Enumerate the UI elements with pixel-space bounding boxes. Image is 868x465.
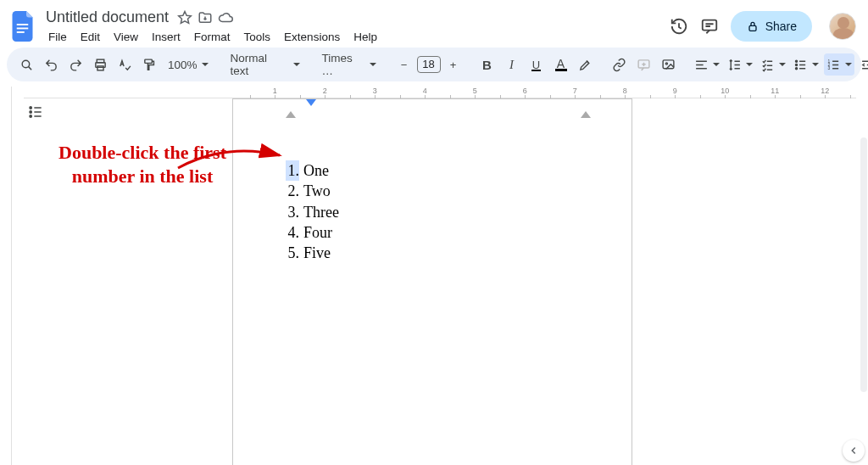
app-header: Untitled document File Edit View Insert …	[0, 0, 868, 48]
list-number[interactable]: 5.	[286, 243, 299, 263]
svg-rect-0	[17, 24, 29, 25]
list-text[interactable]: Four	[303, 224, 332, 241]
underline-button[interactable]: U	[526, 53, 548, 76]
svg-point-21	[30, 115, 31, 117]
menu-view[interactable]: View	[108, 29, 144, 45]
svg-rect-1	[17, 28, 29, 30]
explore-button[interactable]	[843, 440, 865, 462]
font-size-input[interactable]: 18	[417, 56, 441, 73]
page[interactable]: 1.One2.Two3.Three4.Four5.Five	[232, 98, 632, 465]
line-spacing-button[interactable]	[725, 53, 755, 76]
svg-text:3: 3	[827, 66, 830, 70]
bold-button[interactable]: B	[476, 53, 498, 76]
svg-rect-3	[702, 20, 716, 31]
document-body[interactable]: 1.One2.Two3.Three4.Four5.Five	[286, 160, 339, 263]
text-color-button[interactable]: A	[550, 53, 572, 76]
redo-icon[interactable]	[64, 53, 86, 76]
menu-edit[interactable]: Edit	[75, 29, 106, 45]
toolbar-container: 100% Normal text Times … − 18 + B I U A …	[0, 48, 868, 87]
menu-format[interactable]: Format	[188, 29, 236, 45]
menubar: File Edit View Insert Format Tools Exten…	[42, 29, 383, 45]
svg-point-13	[795, 60, 797, 62]
list-number[interactable]: 4.	[286, 222, 299, 243]
title-area: Untitled document File Edit View Insert …	[42, 8, 383, 45]
list-item[interactable]: 3.Three	[286, 202, 339, 222]
comments-icon[interactable]	[700, 17, 719, 36]
first-line-marker[interactable]	[286, 106, 296, 121]
list-item[interactable]: 4.Four	[286, 222, 339, 243]
menu-file[interactable]: File	[42, 29, 73, 45]
svg-point-19	[30, 107, 31, 109]
list-item[interactable]: 5.Five	[286, 243, 339, 263]
vertical-scrollbar[interactable]	[860, 137, 867, 392]
list-text[interactable]: Three	[303, 204, 339, 221]
font-size-increase[interactable]: +	[442, 53, 465, 76]
document-outline-icon[interactable]	[27, 104, 44, 124]
list-number[interactable]: 3.	[286, 202, 299, 222]
svg-point-20	[30, 111, 31, 113]
numbered-list-button[interactable]: 123	[824, 53, 854, 76]
list-item[interactable]: 2.Two	[286, 181, 339, 201]
bulleted-list-button[interactable]	[791, 53, 821, 76]
document-title[interactable]: Untitled document	[42, 8, 172, 27]
undo-icon[interactable]	[40, 53, 62, 76]
paint-format-icon[interactable]	[138, 53, 160, 76]
svg-point-14	[795, 64, 797, 65]
svg-rect-2	[17, 31, 25, 33]
history-icon[interactable]	[670, 17, 688, 36]
list-item[interactable]: 1.One	[286, 160, 339, 181]
star-icon[interactable]	[177, 10, 192, 25]
annotation-text: Double-click the first number in the lis…	[58, 141, 227, 188]
search-menus-icon[interactable]	[15, 53, 37, 76]
zoom-select[interactable]: 100%	[163, 53, 214, 76]
font-family-select[interactable]: Times …	[317, 53, 381, 76]
menu-insert[interactable]: Insert	[146, 29, 186, 45]
svg-rect-9	[144, 59, 152, 63]
insert-image-icon[interactable]	[658, 53, 680, 76]
svg-rect-4	[749, 25, 756, 31]
vertical-ruler[interactable]	[0, 87, 12, 465]
decrease-indent-icon[interactable]	[857, 53, 868, 76]
move-folder-icon[interactable]	[198, 10, 213, 25]
list-number[interactable]: 2.	[286, 181, 299, 201]
checklist-button[interactable]	[758, 53, 788, 76]
list-text[interactable]: One	[303, 162, 329, 179]
font-size-decrease[interactable]: −	[393, 53, 415, 76]
header-right: Share	[670, 11, 860, 42]
print-icon[interactable]	[89, 53, 111, 76]
paragraph-style-select[interactable]: Normal text	[225, 53, 305, 76]
right-indent-marker[interactable]	[581, 106, 591, 121]
horizontal-ruler[interactable]: 1234567891011121314	[24, 87, 856, 98]
account-avatar[interactable]	[829, 13, 856, 40]
docs-logo[interactable]	[8, 11, 39, 42]
cloud-status-icon[interactable]	[218, 10, 233, 25]
svg-point-12	[665, 63, 667, 64]
highlight-color-button[interactable]	[575, 53, 597, 76]
menu-tools[interactable]: Tools	[238, 29, 277, 45]
list-text[interactable]: Five	[303, 244, 331, 261]
toolbar: 100% Normal text Times … − 18 + B I U A …	[7, 48, 861, 81]
list-number[interactable]: 1.	[286, 160, 299, 181]
app-root: { "header": { "title": "Untitled documen…	[0, 0, 868, 465]
svg-point-15	[795, 67, 797, 69]
italic-button[interactable]: I	[501, 53, 523, 76]
share-label: Share	[765, 20, 797, 33]
add-comment-icon[interactable]	[633, 53, 655, 76]
workspace: 1234567891011121314 1.One2.Two3.Three4.F…	[0, 87, 868, 465]
align-button[interactable]	[692, 53, 722, 76]
share-button[interactable]: Share	[731, 11, 812, 42]
insert-link-icon[interactable]	[609, 53, 631, 76]
menu-help[interactable]: Help	[348, 29, 383, 45]
menu-extensions[interactable]: Extensions	[278, 29, 346, 45]
indent-marker[interactable]	[304, 98, 318, 115]
list-text[interactable]: Two	[303, 182, 331, 199]
spellcheck-icon[interactable]	[114, 53, 136, 76]
lock-icon	[746, 20, 760, 33]
svg-point-5	[22, 60, 30, 68]
